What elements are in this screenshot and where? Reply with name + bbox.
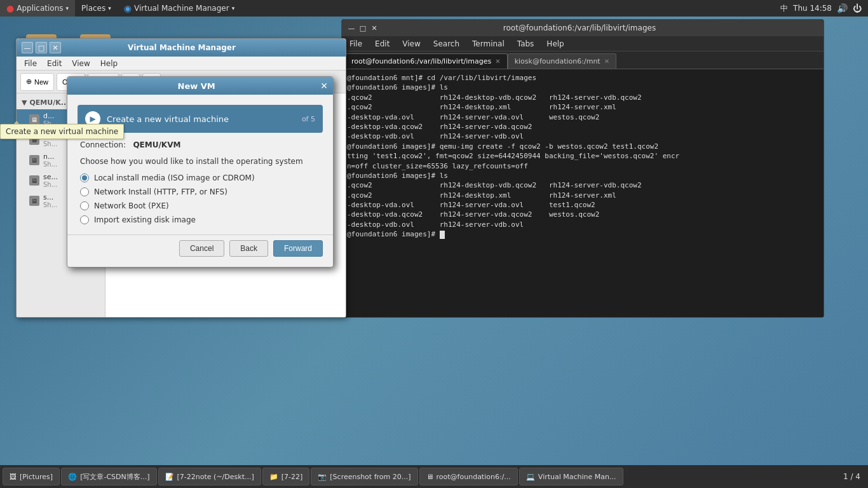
vmm-close-btn[interactable]: ✕ xyxy=(50,42,61,53)
vmm-menu-file[interactable]: File xyxy=(19,57,42,71)
taskbar-page-indicator: 1 / 4 xyxy=(843,472,865,481)
applications-menu[interactable]: ● Applications ▾ xyxy=(0,0,75,17)
vmm-win-buttons: — □ ✕ xyxy=(22,42,61,53)
places-menu[interactable]: Places ▾ xyxy=(75,0,118,17)
radio-pxe[interactable] xyxy=(80,201,89,210)
terminal-close-btn[interactable]: ✕ xyxy=(370,24,379,32)
vmm-menubar: File Edit View Help xyxy=(17,57,346,71)
radio-item-pxe[interactable]: Network Boot (PXE) xyxy=(80,201,320,210)
vm-small-icon-n2: 🖥 xyxy=(29,155,39,165)
taskbar-btn-note[interactable]: 📝 [7-22note (~/Deskt...] xyxy=(158,468,261,485)
radio-item-network[interactable]: Network Install (HTTP, FTP, or NFS) xyxy=(80,187,320,196)
terminal-line-13: .qcow2 rh124-desktop.xml rh124-server.xm… xyxy=(347,191,818,200)
terminal-tab-kiosk-close[interactable]: ✕ xyxy=(604,58,609,65)
vm-small-icon-d: 🖥 xyxy=(29,114,39,125)
terminal-menu-file[interactable]: File xyxy=(344,36,367,51)
terminal-menu-view[interactable]: View xyxy=(397,36,425,51)
terminal-line-12: .qcow2 rh124-desktop-vdb.qcow2 rh124-ser… xyxy=(347,180,818,190)
screenshot-icon: 📷 xyxy=(318,473,327,481)
terminal-maximize-btn[interactable]: □ xyxy=(358,24,367,32)
newvm-back-btn[interactable]: Back xyxy=(229,240,268,257)
terminal-line-10: n=off cluster_size=65536 lazy_refcounts=… xyxy=(347,161,818,171)
vmm-menu[interactable]: ◉ Virtual Machine Manager ▾ xyxy=(118,0,241,17)
terminal-menu-edit[interactable]: Edit xyxy=(370,36,395,51)
terminal-line-17: @foundation6 images]# xyxy=(347,229,818,239)
terminal-tab-images[interactable]: root@foundation6:/var/lib/libvirt/images… xyxy=(344,53,508,69)
pictures-label: [Pictures] xyxy=(20,473,53,481)
taskbar-top: ● Applications ▾ Places ▾ ◉ Virtual Mach… xyxy=(0,0,868,17)
terminal-line-8: @foundation6 images]# qemu-img create -f… xyxy=(347,142,818,151)
terminal-window[interactable]: — □ ✕ root@foundation6:/var/lib/libvirt/… xyxy=(341,19,824,318)
vmm-minimize-btn[interactable]: — xyxy=(22,42,33,53)
note-label: [7-22note (~/Deskt...] xyxy=(177,473,254,481)
terminal-tab-kiosk[interactable]: kiosk@foundation6:/mnt ✕ xyxy=(508,53,616,69)
taskbar-bottom: 🖼 [Pictures] 🌐 [写文章-CSDN博客...] 📝 [7-22no… xyxy=(0,465,868,488)
vm-n1-status: Sh... xyxy=(43,140,57,147)
files-icon: 📁 xyxy=(269,473,278,481)
terminal-line-9: tting 'test1.qcow2', fmt=qcow2 size=6442… xyxy=(347,151,818,161)
taskbar-top-left: ● Applications ▾ Places ▾ ◉ Virtual Mach… xyxy=(0,0,241,17)
taskbar-btn-screenshot[interactable]: 📷 [Screenshot from 20...] xyxy=(311,468,417,485)
taskbar-btn-terminal[interactable]: 🖥 root@foundation6:/... xyxy=(419,468,518,485)
radio-local[interactable] xyxy=(80,173,89,182)
terminal-menu-help[interactable]: Help xyxy=(541,36,569,51)
newvm-cancel-btn[interactable]: Cancel xyxy=(179,240,224,257)
terminal-line-2: @foundation6 images]# ls xyxy=(347,83,818,92)
vmm-new-btn[interactable]: ⊕New xyxy=(20,73,54,91)
newvm-step-label: Create a new virtual machine xyxy=(107,114,229,124)
terminal-titlebar: — □ ✕ root@foundation6:/var/lib/libvirt/… xyxy=(342,20,824,36)
vmm-sidebar-vm-n2: n... Sh... xyxy=(43,152,57,168)
vm-se-status: Sh... xyxy=(43,181,58,188)
vmm-sidebar-vm-se: se... Sh... xyxy=(43,173,58,188)
terminal-menu-tabs[interactable]: Tabs xyxy=(512,36,539,51)
power-icon[interactable]: ⏻ xyxy=(853,3,862,13)
taskbar-btn-pictures[interactable]: 🖼 [Pictures] xyxy=(3,468,60,485)
radio-item-local[interactable]: Local install media (ISO image or CDROM) xyxy=(80,173,320,182)
radio-item-import[interactable]: Import existing disk image xyxy=(80,215,320,224)
vmm-label: Virtual Machine Manager xyxy=(134,4,229,13)
vmm-maximize-btn[interactable]: □ xyxy=(36,42,47,53)
tooltip-text: Create a new virtual machine xyxy=(6,127,118,136)
terminal-tab-kiosk-label: kiosk@foundation6:/mnt xyxy=(515,57,600,65)
taskbar-btn-vmm[interactable]: 💻 Virtual Machine Man... xyxy=(519,468,623,485)
vmm-menu-edit[interactable]: Edit xyxy=(42,57,67,71)
taskbar-btn-files[interactable]: 📁 [7-22] xyxy=(262,468,310,485)
step-indicator: of 5 xyxy=(302,115,315,123)
newvm-forward-btn[interactable]: Forward xyxy=(273,240,323,257)
radio-pxe-label: Network Boot (PXE) xyxy=(94,201,169,210)
terminal-line-3: .qcow2 rh124-desktop-vdb.qcow2 rh124-ser… xyxy=(347,93,818,102)
terminal-line-15: -desktop-vda.qcow2 rh124-server-vda.qcow… xyxy=(347,210,818,219)
radio-network[interactable] xyxy=(80,187,89,196)
csdn-icon: 🌐 xyxy=(68,473,77,481)
step-icon: ▶ xyxy=(90,114,95,123)
files-label: [7-22] xyxy=(281,473,303,481)
vm-se-name: se... xyxy=(43,173,58,181)
screenshot-label: [Screenshot from 20...] xyxy=(330,473,410,481)
taskbar-top-right: 中 Thu 14:58 🔊 ⏻ xyxy=(780,3,868,14)
connection-value: QEMU/KVM xyxy=(133,140,180,149)
terminal-line-16: -desktop-vdb.ovl rh124-server-vdb.ovl xyxy=(347,220,818,229)
newvm-close-btn[interactable]: ✕ xyxy=(320,81,328,91)
taskbar-btn-csdn[interactable]: 🌐 [写文章-CSDN博客...] xyxy=(61,468,156,485)
terminal-menu-terminal[interactable]: Terminal xyxy=(467,36,510,51)
vm-n2-name: n... xyxy=(43,152,57,161)
newvm-titlebar: New VM ✕ xyxy=(67,77,333,95)
vmm-menu-help[interactable]: Help xyxy=(95,57,123,71)
applications-label: Applications xyxy=(17,4,63,13)
terminal-menu-search[interactable]: Search xyxy=(428,36,465,51)
terminal-title: root@foundation6:/var/lib/libvirt/images xyxy=(384,24,775,32)
vmm-title: Virtual Machine Manager xyxy=(61,43,302,52)
newvm-install-label: Choose how you would like to install the… xyxy=(78,157,323,166)
network-icon: 中 xyxy=(780,3,788,14)
places-label: Places xyxy=(81,4,105,13)
terminal-minimize-btn[interactable]: — xyxy=(347,24,356,32)
terminal-line-1: @foundation6 mnt]# cd /var/lib/libvirt/i… xyxy=(347,73,818,83)
vm-s-status: Sh... xyxy=(43,201,57,208)
vmm-menu-view[interactable]: View xyxy=(67,57,95,71)
terminal-icon: 🖥 xyxy=(426,473,433,481)
radio-import[interactable] xyxy=(80,215,89,224)
places-arrow: ▾ xyxy=(108,5,111,11)
newvm-title: New VM xyxy=(72,81,320,91)
terminal-tab-images-close[interactable]: ✕ xyxy=(495,58,500,65)
terminal-menubar: File Edit View Search Terminal Tabs Help xyxy=(342,36,824,51)
